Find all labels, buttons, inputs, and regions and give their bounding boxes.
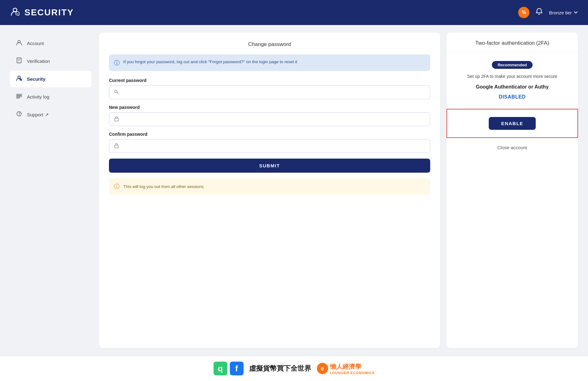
header-right: % Bronze tier (518, 7, 578, 18)
account-icon (16, 39, 23, 47)
sidebar-item-support[interactable]: Support ↗ (10, 106, 91, 123)
svg-point-10 (19, 115, 19, 116)
info-box-text: If you forgot your password, log out and… (123, 59, 297, 65)
verification-icon (16, 57, 23, 65)
main-layout: Account Verification Security (0, 25, 588, 356)
footer-logo-texts: 懶人經濟學 LOUNGER ECONOMICS (330, 363, 375, 375)
footer-logo-name: 懶人經濟學 (330, 363, 375, 371)
warning-text: This will log you out from all other ses… (123, 184, 204, 189)
tfa-enable-section: ENABLE (446, 109, 578, 138)
tfa-status: DISABLED (499, 94, 526, 100)
header-left: SECURITY (10, 7, 74, 19)
warning-icon: ⓘ (114, 183, 120, 190)
tfa-description: Set up 2FA to make your account more sec… (467, 73, 557, 80)
change-password-title: Change password (109, 41, 430, 48)
chat-app-icon: q (214, 362, 227, 375)
close-account-link[interactable]: Close account (497, 145, 527, 150)
info-box: ⓘ If you forgot your password, log out a… (109, 54, 430, 71)
svg-rect-8 (17, 97, 20, 98)
sidebar-label-verification: Verification (27, 58, 50, 64)
header: SECURITY % Bronze tier (0, 0, 588, 25)
new-password-label: New password (109, 105, 430, 110)
key-icon (114, 89, 119, 96)
sidebar-item-verification[interactable]: Verification (10, 53, 91, 69)
sidebar-label-activity: Activity log (27, 94, 49, 99)
footer-app-icons: q f (214, 362, 244, 375)
header-title: SECURITY (24, 8, 74, 18)
new-password-wrapper[interactable] (109, 112, 430, 126)
sidebar-label-account: Account (27, 41, 44, 46)
activity-log-icon (16, 93, 23, 101)
notification-bell[interactable] (535, 8, 543, 18)
warning-box: ⓘ This will log you out from all other s… (109, 178, 430, 195)
promo-badge[interactable]: % (518, 7, 529, 18)
security-icon (10, 7, 20, 19)
enable-button[interactable]: ENABLE (489, 117, 536, 130)
content-area: Change password ⓘ If you forgot your pas… (99, 33, 578, 348)
tier-selector[interactable]: Bronze tier (549, 10, 578, 15)
svg-point-1 (16, 12, 19, 15)
tfa-app-name: Google Authenticator or Authy (476, 84, 549, 90)
sidebar-item-activity-log[interactable]: Activity log (10, 89, 91, 105)
change-password-panel: Change password ⓘ If you forgot your pas… (99, 33, 440, 348)
support-icon (16, 111, 23, 119)
sidebar-label-security: Security (27, 76, 45, 82)
footer-logo: e 懶人經濟學 LOUNGER ECONOMICS (317, 363, 375, 375)
current-password-wrapper[interactable] (109, 85, 430, 99)
lock-icon-confirm (114, 143, 119, 150)
svg-rect-7 (17, 96, 22, 97)
sidebar-label-support: Support ↗ (27, 112, 49, 118)
confirm-password-wrapper[interactable] (109, 139, 430, 153)
footer-logo-sub: LOUNGER ECONOMICS (330, 371, 375, 375)
tfa-panel: Two-factor authentication (2FA) Recommen… (446, 33, 578, 348)
svg-rect-13 (115, 145, 118, 148)
lock-icon-new (114, 116, 119, 123)
svg-point-5 (20, 79, 22, 81)
submit-button[interactable]: SUBMIT (109, 159, 430, 173)
current-password-label: Current password (109, 78, 430, 83)
tfa-body: Recommended Set up 2FA to make your acco… (446, 52, 578, 109)
svg-rect-3 (17, 58, 21, 63)
info-icon: ⓘ (114, 59, 120, 67)
confirm-password-label: Confirm password (109, 132, 430, 137)
footer: q f 虛擬貨幣買下全世界 e 懶人經濟學 LOUNGER ECONOMICS (0, 356, 588, 381)
recommended-badge: Recommended (492, 61, 532, 69)
footer-cn-text: 虛擬貨幣買下全世界 (249, 364, 311, 373)
close-account-section: Close account (446, 138, 578, 157)
sidebar-item-security[interactable]: Security (10, 71, 91, 87)
security-sidebar-icon (16, 75, 23, 83)
sidebar: Account Verification Security (10, 33, 91, 348)
facebook-icon: f (230, 362, 244, 375)
confirm-password-input[interactable] (122, 144, 426, 149)
svg-rect-12 (115, 118, 118, 121)
current-password-input[interactable] (122, 90, 426, 95)
svg-rect-6 (17, 94, 22, 95)
tfa-title: Two-factor authentication (2FA) (446, 33, 578, 52)
new-password-input[interactable] (122, 117, 426, 122)
sidebar-item-account[interactable]: Account (10, 35, 91, 52)
lounger-logo-icon: e (317, 363, 328, 374)
